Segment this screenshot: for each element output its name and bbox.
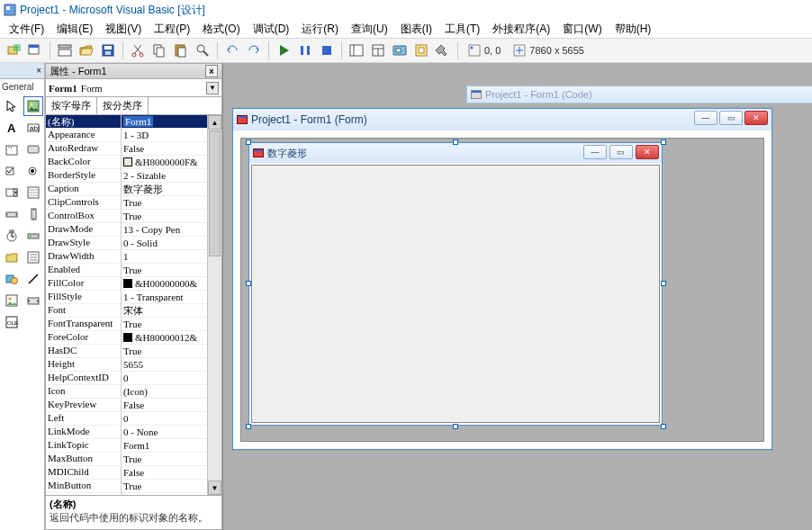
menu-window[interactable]: 窗口(W)	[557, 21, 607, 38]
tool-timer[interactable]	[2, 226, 22, 246]
tool-checkbox[interactable]	[2, 161, 22, 181]
project-explorer-button[interactable]	[347, 40, 366, 60]
property-row[interactable]: DrawStyle0 - Solid	[46, 237, 221, 250]
property-row[interactable]: Caption数字菱形	[46, 183, 221, 196]
redo-button[interactable]	[244, 40, 264, 60]
object-browser-button[interactable]	[411, 40, 431, 60]
menu-tools[interactable]: 工具(T)	[439, 21, 485, 38]
property-row[interactable]: DrawMode13 - Copy Pen	[46, 223, 221, 237]
properties-object-dropdown[interactable]: Form1 Form ▼	[45, 79, 222, 97]
find-button[interactable]	[193, 40, 212, 60]
property-row[interactable]: FontTransparentTrue	[46, 318, 221, 331]
open-button[interactable]	[77, 40, 96, 60]
property-row[interactable]: Icon(Icon)	[46, 385, 221, 399]
resize-handle[interactable]	[661, 139, 666, 145]
property-row[interactable]: ControlBoxTrue	[46, 210, 221, 223]
tool-line[interactable]	[23, 269, 43, 289]
minimize-button[interactable]: —	[694, 111, 717, 125]
menu-project[interactable]: 工程(P)	[149, 21, 195, 38]
tool-pointer[interactable]	[2, 96, 22, 116]
properties-scrollbar[interactable]: ▲ ▼	[207, 115, 221, 495]
property-row[interactable]: Left0	[46, 412, 221, 426]
scroll-down-icon[interactable]: ▼	[208, 481, 221, 495]
property-row[interactable]: MaxButtonTrue	[46, 453, 221, 466]
tool-combobox[interactable]	[2, 183, 22, 202]
toolbox-button[interactable]	[433, 40, 453, 60]
maximize-button[interactable]: ▭	[719, 111, 743, 125]
toolbox-tab-general[interactable]: General	[0, 79, 44, 94]
add-project-button[interactable]	[4, 40, 23, 60]
tool-ole[interactable]: OLE	[2, 312, 22, 332]
close-button[interactable]: ✕	[744, 111, 768, 125]
property-row[interactable]: KeyPreviewFalse	[46, 399, 221, 412]
tool-optionbutton[interactable]	[23, 161, 43, 181]
form-layout-button[interactable]	[390, 40, 410, 60]
stop-button[interactable]	[317, 40, 337, 60]
property-row[interactable]: (名称)Form1	[46, 115, 221, 129]
code-window-titlebar[interactable]: Project1 - Form1 (Code)	[466, 85, 812, 103]
property-row[interactable]: FillStyle1 - Transparent	[46, 291, 221, 304]
designer-titlebar[interactable]: Project1 - Form1 (Form) — ▭ ✕	[233, 109, 771, 130]
properties-grid[interactable]: ▲ ▼ (名称)Form1Appearance1 - 3DAutoRedrawF…	[45, 115, 222, 496]
resize-handle[interactable]	[661, 424, 666, 429]
resize-handle[interactable]	[661, 281, 666, 286]
tool-drivelistbox[interactable]	[23, 226, 43, 246]
property-row[interactable]: BackColor&H8000000F&	[46, 156, 221, 169]
form-preview[interactable]: 数字菱形 — ▭ ✕	[248, 142, 663, 426]
tool-listbox[interactable]	[23, 183, 43, 202]
property-row[interactable]: LinkTopicForm1	[46, 439, 221, 453]
tool-picturebox[interactable]	[23, 96, 43, 116]
tool-image[interactable]	[2, 291, 22, 310]
property-row[interactable]: BorderStyle2 - Sizable	[46, 169, 221, 183]
property-row[interactable]: Appearance1 - 3D	[46, 129, 221, 142]
undo-button[interactable]	[222, 40, 242, 60]
form-maximize-button[interactable]: ▭	[609, 145, 633, 159]
copy-button[interactable]	[149, 40, 169, 60]
menu-addins[interactable]: 外接程序(A)	[487, 21, 555, 38]
menu-format[interactable]: 格式(O)	[197, 21, 245, 38]
add-form-button[interactable]	[25, 40, 45, 60]
tab-categorized[interactable]: 按分类序	[97, 97, 149, 114]
menu-edit[interactable]: 编辑(E)	[51, 21, 98, 38]
menu-editor-button[interactable]	[55, 40, 75, 60]
property-row[interactable]: MouseIcon(None)	[46, 493, 221, 496]
tool-filelistbox[interactable]	[23, 247, 43, 267]
tool-vscrollbar[interactable]	[23, 204, 43, 224]
tool-dirlistbox[interactable]	[2, 247, 22, 267]
property-row[interactable]: AutoRedrawFalse	[46, 142, 221, 156]
tab-alphabetic[interactable]: 按字母序	[46, 97, 97, 114]
property-row[interactable]: Height5655	[46, 358, 221, 372]
property-row[interactable]: Font宋体	[46, 304, 221, 318]
cut-button[interactable]	[128, 40, 148, 60]
menu-view[interactable]: 视图(V)	[100, 21, 147, 38]
form-close-button[interactable]: ✕	[636, 145, 659, 159]
form-grid-surface[interactable]	[251, 165, 660, 423]
properties-button[interactable]	[368, 40, 388, 60]
tool-shape[interactable]	[2, 269, 22, 289]
property-row[interactable]: FillColor&H00000000&	[46, 277, 221, 291]
property-row[interactable]: LinkMode0 - None	[46, 426, 221, 439]
run-button[interactable]	[274, 40, 293, 60]
tool-commandbutton[interactable]	[23, 139, 43, 159]
property-row[interactable]: HelpContextID0	[46, 372, 221, 385]
property-row[interactable]: ForeColor&H80000012&	[46, 331, 221, 345]
scroll-up-icon[interactable]: ▲	[208, 115, 221, 130]
tool-label[interactable]: A	[2, 118, 22, 138]
menu-diagram[interactable]: 图表(I)	[395, 21, 438, 38]
property-row[interactable]: ClipControlsTrue	[46, 196, 221, 210]
tool-frame[interactable]: xy	[2, 139, 22, 159]
property-row[interactable]: EnabledTrue	[46, 264, 221, 277]
resize-handle[interactable]	[246, 139, 251, 145]
menu-file[interactable]: 文件(F)	[4, 21, 50, 38]
toolbox-close-icon[interactable]: ×	[36, 66, 41, 76]
menu-debug[interactable]: 调试(D)	[248, 21, 295, 38]
paste-button[interactable]	[171, 40, 191, 60]
save-button[interactable]	[98, 40, 118, 60]
property-row[interactable]: MinButtonTrue	[46, 480, 221, 493]
property-row[interactable]: MDIChildFalse	[46, 466, 221, 480]
break-button[interactable]	[295, 40, 315, 60]
form-designer-window[interactable]: Project1 - Form1 (Form) — ▭ ✕ 数字菱形 — ▭	[232, 108, 772, 450]
properties-close-button[interactable]: ×	[205, 65, 218, 77]
property-row[interactable]: DrawWidth1	[46, 250, 221, 264]
tool-data[interactable]	[23, 291, 43, 310]
